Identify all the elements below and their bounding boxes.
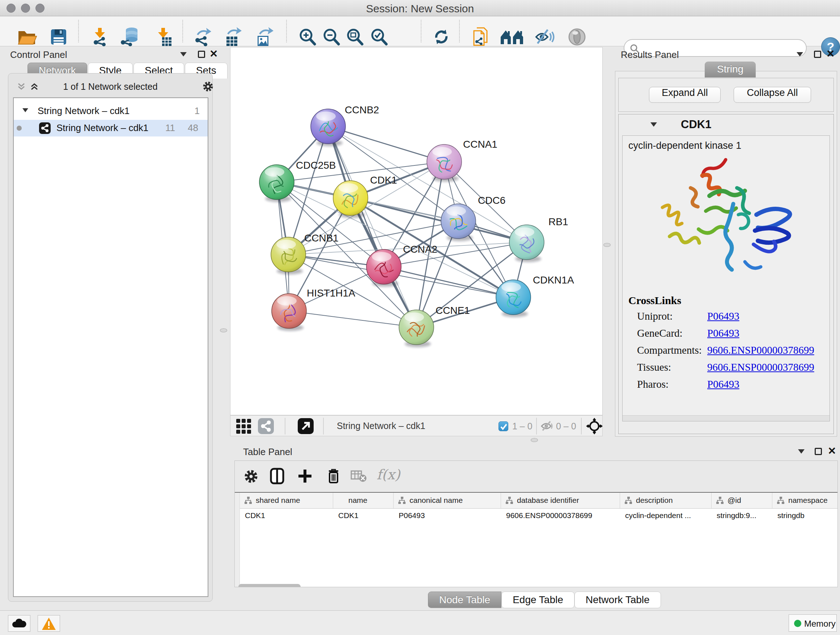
table-panel-title: Table Panel bbox=[243, 447, 292, 458]
node-label-CDK1: CDK1 bbox=[370, 174, 397, 186]
control-panel-float-icon[interactable] bbox=[180, 52, 187, 57]
tab-string[interactable]: String bbox=[705, 62, 756, 78]
table-panel: Table Panel ✕ bbox=[232, 443, 840, 610]
hidden-count: 0 – 0 bbox=[556, 421, 576, 432]
hide-eye-icon[interactable] bbox=[534, 27, 555, 46]
left-splitter-handle[interactable] bbox=[220, 328, 227, 333]
column-header-description[interactable]: description bbox=[620, 493, 712, 509]
tree-expand-icon[interactable] bbox=[22, 108, 28, 112]
edge-CCNB2-CCNA1[interactable] bbox=[328, 126, 444, 162]
export-table-icon[interactable] bbox=[222, 27, 244, 48]
zoom-selected-icon[interactable] bbox=[369, 27, 389, 47]
node-CCNB2[interactable]: CCNB2 bbox=[311, 104, 379, 146]
network-icon-gray[interactable] bbox=[258, 418, 274, 434]
network-graph[interactable]: CCNB2CCNA1CDC25BCDK1CDC6RB1CCNB1CCNA2CDK… bbox=[231, 48, 602, 415]
delete-column-icon[interactable] bbox=[326, 467, 341, 485]
column-header-canonical-name[interactable]: canonical name bbox=[393, 493, 501, 509]
add-column-icon[interactable] bbox=[297, 468, 313, 484]
results-panel-close-icon[interactable]: ✕ bbox=[826, 48, 835, 60]
node-CCNB1[interactable]: CCNB1 bbox=[271, 233, 339, 274]
crosslink-label: GeneCard: bbox=[637, 327, 683, 339]
column-header-name[interactable]: name bbox=[333, 493, 393, 509]
warning-button[interactable] bbox=[38, 615, 60, 632]
table-cell[interactable]: CDK1 bbox=[333, 509, 393, 523]
results-panel-maximize-icon[interactable] bbox=[814, 51, 821, 58]
table-panel-close-icon[interactable]: ✕ bbox=[828, 445, 836, 457]
node-CCNE1[interactable]: CCNE1 bbox=[399, 305, 470, 347]
save-session-icon[interactable] bbox=[49, 27, 69, 47]
collapse-all-button[interactable]: Collapse All bbox=[734, 87, 811, 103]
column-header-database-identifier[interactable]: database identifier bbox=[501, 493, 620, 509]
edge-CCNA2-CDKN1A[interactable] bbox=[384, 267, 513, 297]
selected-checkbox[interactable] bbox=[499, 421, 508, 431]
node-label-CDC6: CDC6 bbox=[478, 195, 505, 206]
table-cell[interactable]: stringdb bbox=[772, 509, 837, 523]
zoom-out-icon[interactable] bbox=[321, 27, 341, 47]
launch-view-icon[interactable] bbox=[298, 418, 314, 434]
table-hscroll-thumb[interactable] bbox=[238, 584, 301, 587]
columns-icon[interactable] bbox=[269, 467, 286, 485]
results-hscroll-track[interactable] bbox=[622, 415, 829, 421]
results-panel: Results Panel ✕ String Expand All Collap… bbox=[611, 47, 840, 438]
crosslink-link[interactable]: 9606.ENSP00000378699 bbox=[707, 344, 814, 356]
gene-details: cyclin-dependent kinase 1 bbox=[622, 135, 830, 421]
table-cell[interactable]: P06493 bbox=[393, 509, 501, 523]
crosslink-link[interactable]: 9606.ENSP00000378699 bbox=[707, 361, 814, 373]
annotation-document-icon[interactable] bbox=[470, 26, 491, 48]
crosslink-link[interactable]: P06493 bbox=[707, 310, 739, 322]
memory-button[interactable]: Memory bbox=[789, 614, 837, 632]
network-label: String Network – cdk1 bbox=[57, 122, 148, 134]
network-row[interactable]: String Network – cdk1 11 48 bbox=[14, 120, 208, 136]
tab-edge-table[interactable]: Edge Table bbox=[501, 592, 575, 608]
column-header-namespace[interactable]: namespace bbox=[772, 493, 837, 509]
grid-view-icon[interactable] bbox=[235, 418, 251, 434]
table-cell[interactable]: stringdb:9... bbox=[712, 509, 772, 523]
results-panel-float-icon[interactable] bbox=[797, 52, 803, 57]
refresh-icon[interactable] bbox=[431, 27, 452, 47]
column-header--id[interactable]: @id bbox=[712, 493, 772, 509]
control-panel-maximize-icon[interactable] bbox=[198, 51, 205, 58]
entry-collapse-icon[interactable] bbox=[651, 122, 657, 127]
crosslink-link[interactable]: P06493 bbox=[707, 378, 739, 390]
node-CDKN1A[interactable]: CDKN1A bbox=[496, 274, 574, 317]
table-cell[interactable]: 9606.ENSP00000378699 bbox=[501, 509, 620, 523]
table-cell[interactable]: CDK1 bbox=[240, 509, 333, 523]
table-cell[interactable]: cyclin-dependent ... bbox=[620, 509, 712, 523]
import-network-database-icon[interactable] bbox=[118, 27, 141, 48]
show-eye-icon[interactable] bbox=[567, 27, 587, 47]
column-header-shared-name[interactable]: shared name bbox=[240, 493, 333, 509]
node-HIST1H1A[interactable]: HIST1H1A bbox=[272, 287, 355, 331]
table-panel-maximize-icon[interactable] bbox=[815, 448, 822, 455]
table-gear-icon[interactable] bbox=[243, 469, 259, 484]
import-table-file-icon[interactable] bbox=[153, 27, 174, 48]
node-CDC25B[interactable]: CDC25B bbox=[259, 160, 336, 202]
string-network-icon bbox=[39, 122, 51, 134]
crosslink-link[interactable]: P06493 bbox=[707, 327, 739, 339]
cloud-button[interactable] bbox=[8, 615, 30, 632]
gear-icon[interactable] bbox=[202, 81, 214, 92]
table-panel-float-icon[interactable] bbox=[798, 449, 805, 454]
export-network-icon[interactable] bbox=[192, 27, 213, 48]
control-panel-close-icon[interactable]: ✕ bbox=[210, 48, 218, 60]
zoom-fit-icon[interactable] bbox=[345, 27, 365, 47]
tab-node-table[interactable]: Node Table bbox=[428, 592, 501, 608]
export-image-icon[interactable] bbox=[253, 27, 275, 48]
node-RB1[interactable]: RB1 bbox=[509, 216, 568, 262]
tab-network-table[interactable]: Network Table bbox=[575, 592, 661, 608]
network-collection-row[interactable]: String Network – cdk1 1 bbox=[14, 103, 208, 120]
crosslink-label: Uniprot: bbox=[637, 310, 673, 322]
move-crosshair-icon[interactable] bbox=[586, 418, 603, 434]
node-table[interactable]: shared namenamecanonical namedatabase id… bbox=[235, 492, 837, 587]
import-network-file-icon[interactable] bbox=[89, 27, 111, 48]
expand-all-button[interactable]: Expand All bbox=[649, 87, 721, 103]
zoom-in-icon[interactable] bbox=[297, 27, 317, 47]
right-splitter-handle[interactable] bbox=[603, 243, 611, 247]
homes-icon[interactable] bbox=[500, 27, 524, 46]
node-CCNA1[interactable]: CCNA1 bbox=[427, 139, 497, 182]
cdk1-entry-header[interactable]: CDK1 bbox=[619, 114, 834, 135]
collection-count: 1 bbox=[195, 105, 200, 117]
open-session-icon[interactable] bbox=[16, 27, 37, 47]
edge-HIST1H1A-CCNE1[interactable] bbox=[289, 311, 416, 327]
network-canvas[interactable]: CCNB2CCNA1CDC25BCDK1CDC6RB1CCNB1CCNA2CDK… bbox=[230, 47, 603, 415]
bottom-splitter-handle[interactable] bbox=[531, 438, 538, 442]
